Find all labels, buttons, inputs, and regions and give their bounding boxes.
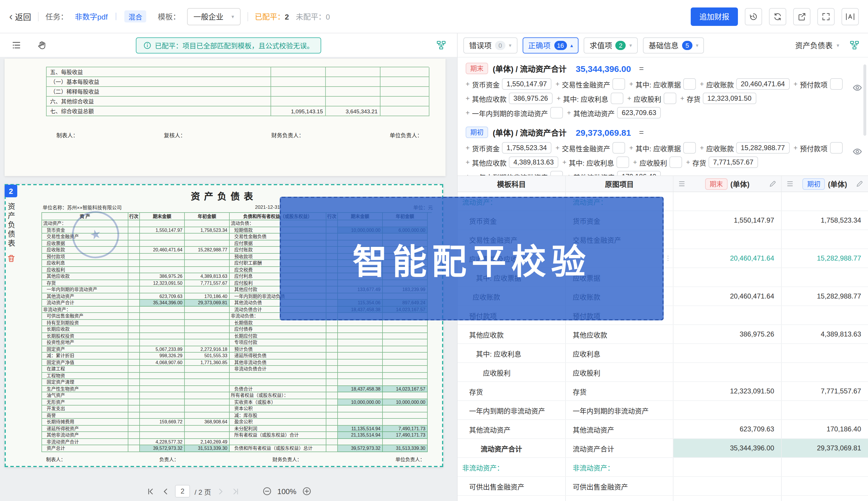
end-value-cell[interactable]: 12,323,091.50 xyxy=(673,382,782,400)
list-icon[interactable] xyxy=(678,180,686,188)
zoom-out-button[interactable] xyxy=(262,486,272,497)
filter-errors[interactable]: 错误项0▾ xyxy=(463,37,517,53)
structure-icon[interactable] xyxy=(433,37,449,53)
begin-value-cell[interactable] xyxy=(782,268,868,286)
begin-value-cell[interactable] xyxy=(782,401,868,419)
first-page-button[interactable] xyxy=(145,486,155,497)
structure-icon[interactable] xyxy=(846,37,862,53)
template-select[interactable]: 一般企业 ▾ xyxy=(187,8,240,25)
end-value-cell[interactable] xyxy=(673,401,782,419)
begin-value-cell[interactable] xyxy=(782,230,868,248)
term-value-box[interactable] xyxy=(830,78,843,90)
fit-width-icon[interactable] xyxy=(841,8,859,25)
term-value-box[interactable]: 4,389,813.63 xyxy=(509,157,558,168)
end-value-cell[interactable]: 386,975.26 xyxy=(673,325,782,343)
begin-value-cell[interactable]: 4,389,813.63 xyxy=(782,325,868,343)
term-value-box[interactable]: 1,758,523.34 xyxy=(502,142,552,153)
plus-sign: + xyxy=(627,94,631,103)
term-value-box[interactable]: 170,186.40 xyxy=(617,171,661,176)
history-icon[interactable] xyxy=(745,8,762,25)
delete-page-button[interactable] xyxy=(7,254,15,265)
edit-icon[interactable] xyxy=(856,180,864,188)
end-value-cell[interactable] xyxy=(673,268,782,286)
table-row[interactable]: 流动资产合计流动资产合计35,344,396.0029,373,069.81 xyxy=(458,439,868,458)
eye-icon[interactable] xyxy=(853,83,862,94)
begin-value-cell[interactable]: 15,282,988.77 xyxy=(782,249,868,267)
filter-basic[interactable]: 基础信息5▾ xyxy=(643,37,704,53)
back-button[interactable]: ‹ 返回 xyxy=(9,11,31,22)
next-page-button[interactable] xyxy=(216,486,226,497)
term-value-box[interactable] xyxy=(611,93,624,104)
term-value-box[interactable] xyxy=(613,78,625,90)
append-report-button[interactable]: 追加财报 xyxy=(691,7,738,25)
end-value-cell[interactable] xyxy=(673,306,782,324)
filter-correct[interactable]: 正确项16▴ xyxy=(522,37,579,53)
term-value-box[interactable] xyxy=(550,107,563,118)
export-icon[interactable] xyxy=(793,8,811,25)
hand-tool-icon[interactable] xyxy=(33,37,50,53)
begin-value-cell[interactable] xyxy=(782,192,868,211)
term-value-box[interactable] xyxy=(616,157,629,168)
begin-value-cell[interactable] xyxy=(782,306,868,324)
term-value-box[interactable]: 7,771,557.67 xyxy=(709,157,758,168)
end-value-cell[interactable]: 623,709.63 xyxy=(673,420,782,438)
page-input[interactable]: 2 xyxy=(175,485,190,498)
page-tab-title[interactable]: 资产负债表 xyxy=(6,202,17,248)
begin-value-cell[interactable] xyxy=(782,477,868,495)
outline-icon[interactable] xyxy=(8,37,24,53)
end-value-cell[interactable]: 20,460,471.64 xyxy=(673,287,782,306)
table-row[interactable]: 其他流动资产其他流动资产623,709.63170,186.40 xyxy=(458,420,868,439)
end-value-cell[interactable] xyxy=(673,458,782,476)
term-value-box[interactable] xyxy=(550,171,563,176)
eye-icon[interactable] xyxy=(853,147,862,158)
term-value-box[interactable] xyxy=(830,142,843,153)
table-row[interactable]: 其他应收款其他应收款386,975.264,389,813.63 xyxy=(458,325,868,344)
end-value-cell[interactable] xyxy=(673,477,782,495)
table-row[interactable]: 可供出售金融资产可供出售金融资产 xyxy=(458,477,868,496)
end-value-cell[interactable] xyxy=(673,192,782,211)
begin-value-cell[interactable] xyxy=(782,458,868,476)
begin-value-cell[interactable]: 1,758,523.34 xyxy=(782,211,868,230)
term-value-box[interactable] xyxy=(683,78,696,90)
begin-value-cell[interactable]: 170,186.40 xyxy=(782,420,868,438)
begin-value-cell[interactable] xyxy=(782,344,868,362)
end-value-cell[interactable] xyxy=(673,344,782,362)
end-value-cell[interactable]: 35,344,396.00 xyxy=(673,439,782,457)
sync-icon[interactable] xyxy=(769,8,786,25)
edit-icon[interactable] xyxy=(769,180,776,188)
term-value-box[interactable]: 12,323,091.50 xyxy=(703,93,756,104)
begin-value-cell[interactable]: 15,282,988.77 xyxy=(782,287,868,306)
term-value-box[interactable]: 623,709.63 xyxy=(617,107,661,118)
fullscreen-icon[interactable] xyxy=(817,8,835,25)
page-number-badge[interactable]: 2 xyxy=(4,185,17,197)
term-value-box[interactable]: 386,975.26 xyxy=(509,93,553,104)
end-value-cell[interactable] xyxy=(673,363,782,381)
begin-value-cell[interactable] xyxy=(782,363,868,381)
last-page-button[interactable] xyxy=(231,486,241,497)
table-row[interactable]: 非流动资产：非流动资产： xyxy=(458,458,868,477)
table-row[interactable]: 一年内到期的非流动资产一年内到期的非流动资产 xyxy=(458,401,868,420)
zoom-in-button[interactable] xyxy=(302,486,312,497)
end-value-cell[interactable] xyxy=(673,230,782,248)
end-value-cell[interactable]: 20,460,471.64 xyxy=(673,249,782,267)
term-value-box[interactable] xyxy=(683,142,696,153)
begin-value-cell[interactable]: 7,771,557.67 xyxy=(782,382,868,400)
term-value-box[interactable] xyxy=(669,157,682,168)
end-value-cell[interactable] xyxy=(673,496,782,501)
report-type-select[interactable]: 资产负债表 ▾ xyxy=(795,40,839,51)
list-icon[interactable] xyxy=(786,180,794,188)
table-row[interactable]: 其中: 应收利息应收利息 xyxy=(458,344,868,363)
term-value-box[interactable]: 1,550,147.97 xyxy=(502,78,552,90)
term-value-box[interactable] xyxy=(613,142,625,153)
term-value-box[interactable]: 15,282,988.77 xyxy=(736,142,790,153)
table-row[interactable]: 持有至到期投资持有至到期投资 xyxy=(458,496,868,501)
term-value-box[interactable]: 20,460,471.64 xyxy=(736,78,790,90)
end-value-cell[interactable]: 1,550,147.97 xyxy=(673,211,782,230)
filter-evaluate[interactable]: 求值项2▾ xyxy=(584,37,638,53)
term-value-box[interactable] xyxy=(664,93,676,104)
begin-value-cell[interactable] xyxy=(782,496,868,501)
prev-page-button[interactable] xyxy=(160,486,170,497)
table-row[interactable]: 存货存货12,323,091.507,771,557.67 xyxy=(458,382,868,401)
table-row[interactable]: 应收股利应收股利 xyxy=(458,363,868,382)
begin-value-cell[interactable]: 29,373,069.81 xyxy=(782,439,868,457)
